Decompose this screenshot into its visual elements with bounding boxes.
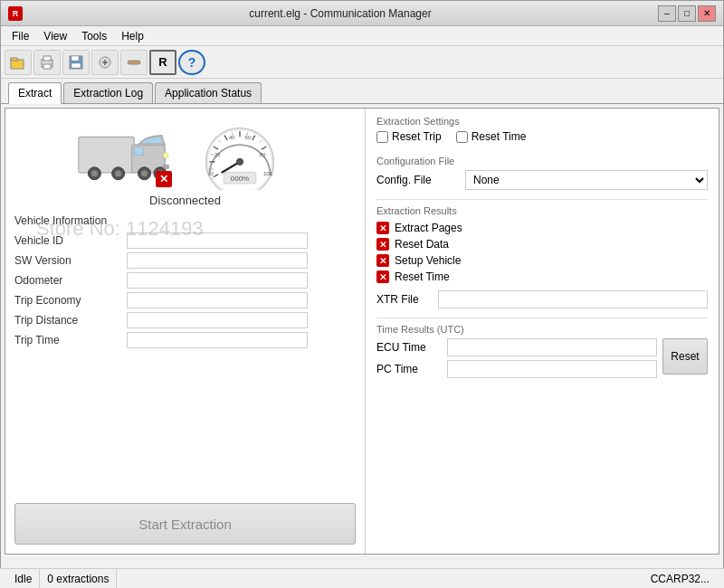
start-extraction-button[interactable]: Start Extraction — [14, 503, 356, 545]
menu-tools[interactable]: Tools — [74, 28, 114, 44]
menu-view[interactable]: View — [36, 28, 74, 44]
error-badge: ✕ — [156, 171, 172, 187]
svg-rect-23 — [163, 165, 168, 168]
xtr-row: XTR File — [376, 290, 708, 308]
svg-rect-3 — [43, 56, 51, 61]
table-row: Odometer — [14, 270, 356, 290]
upper-row: ✕ — [72, 118, 299, 190]
odometer-input[interactable] — [127, 272, 308, 289]
field-label-sw-version: SW Version — [14, 251, 123, 270]
right-panel: Extraction Settings Reset Trip Reset Tim… — [366, 109, 719, 554]
result-reset-data: ✕ Reset Data — [376, 236, 708, 252]
vehicle-display-area: ✕ — [14, 118, 356, 194]
result-setup-vehicle: ✕ Setup Vehicle — [376, 252, 708, 269]
open-button[interactable] — [5, 50, 32, 75]
status-info: CCARP32... — [643, 569, 717, 588]
tab-extraction-log[interactable]: Extraction Log — [63, 82, 153, 103]
svg-rect-7 — [71, 63, 81, 68]
truck-icon-container: ✕ — [72, 121, 172, 187]
extract-pages-error-icon: ✕ — [376, 222, 389, 234]
field-label-trip-economy: Trip Economy — [14, 290, 123, 310]
pc-time-row: PC Time — [376, 360, 657, 378]
table-row: Trip Time — [14, 330, 356, 350]
main-content: ✕ — [5, 108, 719, 555]
extraction-results-section: Extraction Results ✕ Extract Pages ✕ Res… — [376, 199, 708, 308]
menu-bar: File View Tools Help — [1, 26, 723, 46]
reset-time-button[interactable]: Reset — [662, 338, 708, 375]
reset-time-checkbox-item: Reset Time — [456, 130, 527, 143]
left-panel: ✕ — [5, 109, 366, 554]
tab-extract[interactable]: Extract — [8, 82, 62, 104]
config-label: Config. File — [376, 174, 458, 186]
svg-point-40 — [236, 158, 243, 165]
xtr-file-input[interactable] — [438, 290, 708, 308]
setup-vehicle-label: Setup Vehicle — [395, 254, 461, 267]
disconnect-button[interactable] — [120, 50, 148, 75]
pc-time-label: PC Time — [376, 363, 440, 375]
status-idle: Idle — [7, 569, 40, 588]
svg-rect-1 — [11, 58, 17, 61]
svg-point-19 — [141, 170, 148, 176]
status-extractions: 0 extractions — [40, 569, 117, 588]
vehicle-info-table: Vehicle ID SW Version Odometer Trip Econ… — [14, 231, 356, 350]
tab-application-status[interactable]: Application Status — [155, 82, 262, 103]
save-button[interactable] — [62, 50, 90, 75]
register-button[interactable]: R — [149, 50, 176, 75]
time-inputs-container: ECU Time PC Time — [376, 338, 657, 382]
svg-point-17 — [115, 170, 121, 176]
svg-text:60: 60 — [244, 134, 251, 140]
pc-time-input[interactable] — [447, 360, 657, 378]
result-reset-time: ✕ Reset Time — [376, 269, 708, 285]
close-button[interactable]: ✕ — [698, 5, 716, 22]
reset-trip-checkbox-item: Reset Trip — [376, 130, 442, 143]
setup-vehicle-error-icon: ✕ — [376, 254, 389, 267]
svg-rect-9 — [128, 61, 140, 64]
connection-status: Disconnected — [14, 194, 356, 207]
table-row: Trip Economy — [14, 290, 356, 310]
tab-bar: Extract Extraction Log Application Statu… — [1, 79, 723, 104]
reset-trip-checkbox[interactable] — [376, 131, 388, 143]
svg-text:40: 40 — [228, 134, 234, 140]
vehicle-info-label: Vehicle Information — [14, 214, 356, 227]
minimize-button[interactable]: – — [658, 5, 676, 22]
trip-distance-input[interactable] — [127, 312, 308, 328]
svg-text:80: 80 — [259, 151, 265, 157]
reset-data-label: Reset Data — [395, 238, 449, 251]
svg-text:000%: 000% — [230, 175, 248, 183]
config-file-select[interactable]: None — [465, 170, 708, 190]
config-file-label: Configuration File — [376, 156, 708, 166]
reset-trip-label: Reset Trip — [392, 130, 442, 143]
reset-time-error-icon: ✕ — [376, 270, 389, 283]
field-label-trip-time: Trip Time — [14, 330, 123, 350]
help-button[interactable]: ? — [178, 50, 205, 75]
window-title: current.elg - Communication Manager — [23, 7, 658, 20]
vehicle-id-input[interactable] — [127, 232, 308, 249]
maximize-button[interactable]: □ — [678, 5, 696, 22]
menu-file[interactable]: File — [5, 28, 36, 44]
trip-time-input[interactable] — [127, 332, 308, 348]
svg-point-15 — [90, 170, 97, 176]
config-file-section: Configuration File Config. File None — [376, 156, 708, 190]
table-row: SW Version — [14, 251, 356, 270]
reset-time-label: Reset Time — [472, 130, 527, 143]
ecu-time-input[interactable] — [447, 338, 657, 356]
title-bar: R current.elg - Communication Manager – … — [1, 1, 723, 26]
connect-button[interactable] — [91, 50, 119, 75]
trip-economy-input[interactable] — [127, 292, 308, 308]
table-row: Vehicle ID — [14, 231, 356, 251]
config-row: Config. File None — [376, 170, 708, 190]
result-extract-pages: ✕ Extract Pages — [376, 220, 708, 236]
reset-time-result-label: Reset Time — [395, 270, 450, 283]
svg-rect-11 — [80, 138, 132, 171]
ecu-time-label: ECU Time — [376, 341, 440, 354]
svg-rect-22 — [163, 153, 167, 157]
extraction-settings-label: Extraction Settings — [376, 116, 708, 127]
reset-time-checkbox[interactable] — [456, 131, 468, 143]
print-button[interactable] — [33, 50, 61, 75]
svg-rect-13 — [134, 147, 144, 155]
status-bar: Idle 0 extractions CCARP32... — [0, 568, 724, 588]
svg-text:0: 0 — [210, 170, 214, 176]
speedometer-icon: 0 20 40 60 80 100 000% — [181, 118, 299, 190]
sw-version-input[interactable] — [127, 252, 308, 269]
menu-help[interactable]: Help — [114, 28, 151, 44]
